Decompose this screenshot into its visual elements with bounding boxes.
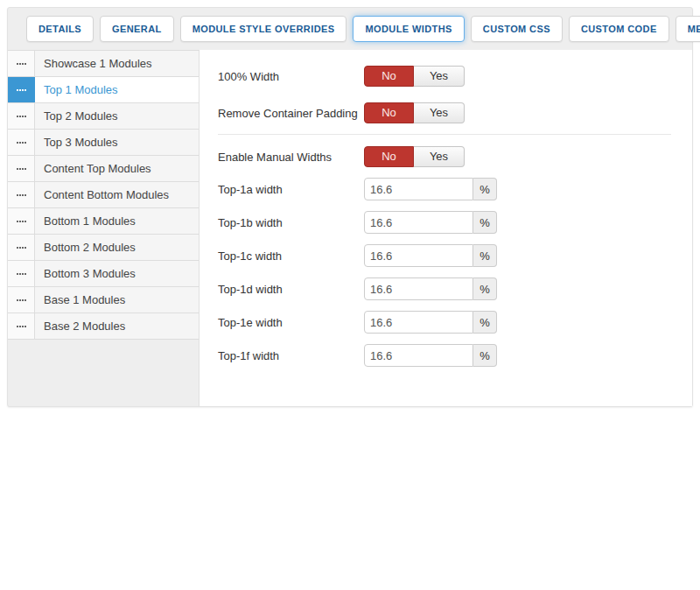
setting-label: 100% Width xyxy=(218,70,364,83)
setting-row-top-1a-width: Top-1a width % xyxy=(218,178,682,200)
percent-addon: % xyxy=(473,244,497,267)
drag-handle-icon xyxy=(17,273,26,275)
sidebar-item-label: Top 2 Modules xyxy=(35,103,199,129)
drag-handle-icon xyxy=(17,247,26,249)
toggle-remove-container-padding: No Yes xyxy=(364,102,465,123)
sidebar-item-top-1[interactable]: Top 1 Modules xyxy=(8,77,199,103)
toggle-yes-button[interactable]: Yes xyxy=(414,66,465,87)
setting-row-100-width: 100% Width No Yes xyxy=(218,66,682,87)
setting-label: Remove Container Padding xyxy=(218,107,364,120)
setting-label: Top-1d width xyxy=(218,283,364,296)
setting-label: Top-1b width xyxy=(218,216,364,229)
top-1f-width-input[interactable] xyxy=(364,344,473,367)
sidebar-item-label: Content Top Modules xyxy=(35,156,199,181)
top-1e-width-input[interactable] xyxy=(364,311,473,334)
toggle-no-button[interactable]: No xyxy=(364,102,414,123)
sidebar-item-label: Bottom 2 Modules xyxy=(35,235,199,260)
drag-handle-icon xyxy=(17,168,26,170)
drag-handle[interactable] xyxy=(8,103,35,129)
drag-handle[interactable] xyxy=(8,208,35,234)
drag-handle-icon xyxy=(17,142,26,144)
drag-handle-icon xyxy=(17,63,26,65)
toggle-no-button[interactable]: No xyxy=(364,66,414,87)
drag-handle[interactable] xyxy=(8,235,35,260)
sidebar-item-label: Showcase 1 Modules xyxy=(35,51,199,76)
setting-label: Top-1a width xyxy=(218,183,364,196)
setting-label: Enable Manual Widths xyxy=(218,151,364,164)
setting-row-enable-manual-widths: Enable Manual Widths No Yes xyxy=(218,146,682,167)
sidebar-item-showcase-1[interactable]: Showcase 1 Modules xyxy=(8,51,199,77)
sidebar-item-top-2[interactable]: Top 2 Modules xyxy=(8,103,199,130)
drag-handle-icon xyxy=(17,194,26,196)
toggle-100-width: No Yes xyxy=(364,66,465,87)
setting-row-remove-container-padding: Remove Container Padding No Yes xyxy=(218,102,682,123)
sidebar-item-content-bottom[interactable]: Content Bottom Modules xyxy=(8,182,199,208)
percent-addon: % xyxy=(473,211,497,234)
setting-row-top-1c-width: Top-1c width % xyxy=(218,244,682,267)
toggle-no-button[interactable]: No xyxy=(364,146,414,167)
sidebar-item-base-2[interactable]: Base 2 Modules xyxy=(8,313,199,340)
drag-handle[interactable] xyxy=(8,77,35,102)
sidebar-item-top-3[interactable]: Top 3 Modules xyxy=(8,130,199,156)
setting-label: Top-1f width xyxy=(218,349,364,362)
width-input-group: % xyxy=(364,277,497,300)
width-input-group: % xyxy=(364,178,497,200)
sidebar-item-base-1[interactable]: Base 1 Modules xyxy=(8,287,199,313)
width-input-group: % xyxy=(364,244,497,267)
percent-addon: % xyxy=(473,277,497,300)
sidebar-item-label: Top 3 Modules xyxy=(35,130,199,155)
drag-handle[interactable] xyxy=(8,130,35,155)
sidebar-item-label: Top 1 Modules xyxy=(35,77,199,102)
module-widths-form: 100% Width No Yes Remove Container Paddi… xyxy=(200,50,692,406)
top-1d-width-input[interactable] xyxy=(364,277,473,300)
width-input-group: % xyxy=(364,311,497,334)
top-1c-width-input[interactable] xyxy=(364,244,473,267)
sidebar-item-content-top[interactable]: Content Top Modules xyxy=(8,156,199,182)
tab-bar: DETAILS GENERAL MODULE STYLE OVERRIDES M… xyxy=(8,8,692,50)
toggle-enable-manual-widths: No Yes xyxy=(364,146,465,167)
setting-label: Top-1e width xyxy=(218,316,364,329)
drag-handle[interactable] xyxy=(8,156,35,181)
setting-label: Top-1c width xyxy=(218,249,364,263)
module-position-list: Showcase 1 Modules Top 1 Modules Top 2 M… xyxy=(8,50,200,406)
percent-addon: % xyxy=(473,311,497,334)
tab-custom-code[interactable]: CUSTOM CODE xyxy=(569,16,669,42)
drag-handle[interactable] xyxy=(8,261,35,286)
drag-handle-icon xyxy=(17,89,26,91)
top-1a-width-input[interactable] xyxy=(364,178,473,200)
drag-handle-icon xyxy=(17,221,26,222)
percent-addon: % xyxy=(473,344,497,367)
drag-handle[interactable] xyxy=(8,51,35,76)
toggle-yes-button[interactable]: Yes xyxy=(414,102,465,123)
sidebar-item-label: Bottom 1 Modules xyxy=(35,208,199,234)
tab-general[interactable]: GENERAL xyxy=(100,16,174,42)
sidebar-item-bottom-3[interactable]: Bottom 3 Modules xyxy=(8,261,199,287)
drag-handle-icon xyxy=(17,116,26,117)
sidebar-item-bottom-1[interactable]: Bottom 1 Modules xyxy=(8,208,199,235)
tab-custom-css[interactable]: CUSTOM CSS xyxy=(471,16,563,42)
drag-handle[interactable] xyxy=(8,182,35,207)
sidebar-item-bottom-2[interactable]: Bottom 2 Modules xyxy=(8,235,199,261)
drag-handle[interactable] xyxy=(8,313,35,339)
percent-addon: % xyxy=(473,178,497,200)
setting-row-top-1b-width: Top-1b width % xyxy=(218,211,682,234)
setting-row-top-1f-width: Top-1f width % xyxy=(218,344,682,367)
sidebar-item-label: Content Bottom Modules xyxy=(35,182,199,207)
toggle-yes-button[interactable]: Yes xyxy=(414,146,465,167)
drag-handle-icon xyxy=(17,299,26,301)
tab-module-widths[interactable]: MODULE WIDTHS xyxy=(353,16,464,42)
width-input-group: % xyxy=(364,211,497,234)
setting-row-top-1d-width: Top-1d width % xyxy=(218,277,682,300)
drag-handle-icon xyxy=(17,326,26,327)
panel-body: Showcase 1 Modules Top 1 Modules Top 2 M… xyxy=(8,50,692,406)
tab-details[interactable]: DETAILS xyxy=(26,16,94,42)
width-input-group: % xyxy=(364,344,497,367)
tab-module-style-overrides[interactable]: MODULE STYLE OVERRIDES xyxy=(180,16,347,42)
template-settings-panel: DETAILS GENERAL MODULE STYLE OVERRIDES M… xyxy=(7,7,693,407)
sidebar-item-label: Base 1 Modules xyxy=(35,287,199,313)
drag-handle[interactable] xyxy=(8,287,35,313)
sidebar-item-label: Base 2 Modules xyxy=(35,313,199,339)
section-divider xyxy=(218,134,671,135)
top-1b-width-input[interactable] xyxy=(364,211,473,234)
tab-menu-assignment[interactable]: MENU ASSIGNMENT xyxy=(676,16,700,42)
